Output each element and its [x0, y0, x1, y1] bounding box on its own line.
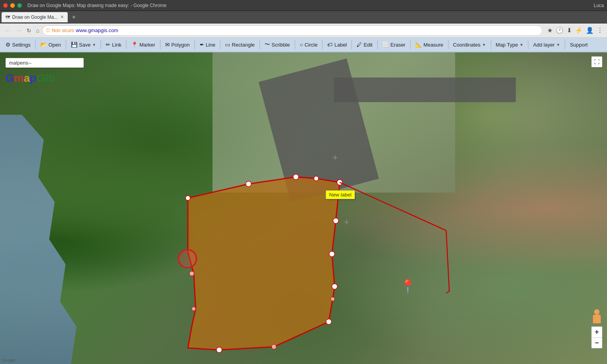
maximize-button[interactable]	[17, 3, 22, 8]
circle-tool[interactable]: ○ Circle	[297, 40, 321, 49]
vertex-9	[331, 297, 335, 301]
separator-12	[377, 40, 378, 49]
scribble-tool[interactable]: 〜 Scribble	[261, 40, 293, 50]
pegman-head	[594, 309, 600, 315]
vertex-1	[186, 196, 190, 200]
settings-tool[interactable]: ⚙ Settings	[2, 40, 34, 49]
separator-14	[448, 40, 448, 49]
separator-1	[35, 40, 36, 49]
window-title: Draw on Google Maps: Map drawing made ea…	[27, 3, 167, 8]
vertex-14	[192, 307, 196, 311]
tab-favicon: 🗺	[5, 15, 10, 20]
extensions-button[interactable]: ⚡	[574, 26, 584, 35]
save-tool[interactable]: 💾 Save ▼	[68, 40, 99, 49]
polygon-tool[interactable]: ✉ Polygon	[162, 40, 193, 49]
label-tool[interactable]: 🏷 Label	[324, 40, 350, 49]
separator-9	[295, 40, 295, 49]
map-container[interactable]: ✈ ✈ GmapGIS New label 📍 ⛶ + − Google	[0, 52, 607, 364]
forward-button[interactable]: →	[14, 26, 23, 35]
rectangle-label: Rectangle	[232, 42, 255, 48]
vertex-11	[272, 344, 276, 349]
insecure-icon: ⓘ	[46, 27, 50, 33]
vertex-8	[332, 284, 337, 289]
separator-3	[101, 40, 101, 49]
zoom-out-button[interactable]: −	[591, 337, 602, 348]
download-button[interactable]: ⬇	[566, 26, 573, 35]
zoom-in-button[interactable]: +	[591, 326, 602, 337]
separator-7	[220, 40, 220, 49]
open-tool[interactable]: 📂 Open	[37, 40, 64, 49]
circle-marker[interactable]	[178, 249, 197, 268]
coordinates-dropdown-icon: ▼	[482, 43, 486, 47]
map-type-tool[interactable]: Map Type ▼	[493, 40, 527, 49]
support-label: Support	[570, 42, 588, 48]
vertex-4	[314, 176, 319, 181]
home-button[interactable]: ⌂	[34, 27, 41, 34]
coordinates-label: Coordinates	[453, 42, 481, 48]
vertex-2	[246, 181, 251, 187]
add-layer-tool[interactable]: Add layer ▼	[530, 40, 563, 49]
eraser-tool[interactable]: ⬜ Eraser	[379, 40, 409, 49]
circle-icon: ○	[300, 41, 303, 48]
separator-5	[160, 40, 160, 49]
map-type-dropdown-icon: ▼	[519, 43, 523, 47]
bookmark-button[interactable]: ★	[546, 26, 553, 35]
map-svg-overlay: ✈ ✈	[0, 52, 607, 364]
pin-marker[interactable]: 📍	[400, 279, 416, 294]
open-label: Open	[49, 42, 61, 48]
link-label: Link	[112, 42, 121, 48]
back-button[interactable]: ←	[3, 26, 13, 35]
line-right-2	[446, 231, 449, 291]
support-tool[interactable]: Support	[567, 40, 591, 49]
measure-tool[interactable]: 📐 Measure	[412, 40, 447, 49]
zoom-controls: + −	[591, 326, 602, 348]
fullscreen-button[interactable]: ⛶	[591, 56, 602, 67]
vertex-6	[333, 218, 339, 223]
scribble-icon: 〜	[265, 41, 270, 48]
separator-4	[126, 40, 126, 49]
link-icon: ✏	[106, 41, 110, 48]
close-button[interactable]	[3, 3, 8, 8]
separator-13	[410, 40, 411, 49]
search-input[interactable]	[5, 58, 84, 68]
link-tool[interactable]: ✏ Link	[103, 40, 124, 49]
history-button[interactable]: 🕐	[555, 26, 564, 35]
logo-p: p	[30, 72, 36, 84]
google-watermark: Google	[2, 358, 15, 362]
separator-6	[195, 40, 195, 49]
user-name: Luca	[594, 3, 604, 8]
insecure-label: Non sicuro	[52, 28, 74, 33]
profile-button[interactable]: 👤	[585, 26, 594, 35]
edit-icon: 🖊	[357, 41, 362, 48]
address-bar[interactable]: ⓘ Non sicuro www.gmapgis.com	[42, 25, 542, 36]
marker-tool[interactable]: 📍 Marker	[128, 40, 158, 49]
edit-tool[interactable]: 🖊 Edit	[353, 40, 375, 49]
airplane-icon-2: ✈	[344, 218, 349, 226]
rectangle-tool[interactable]: ▭ Rectangle	[222, 40, 258, 49]
line-tool[interactable]: ✒ Line	[196, 40, 219, 49]
settings-icon: ⚙	[5, 41, 11, 48]
marker-icon: 📍	[131, 41, 138, 48]
reload-button[interactable]: ↻	[25, 27, 33, 34]
rectangle-icon: ▭	[225, 41, 230, 48]
separator-11	[351, 40, 352, 49]
new-label-text: New label	[329, 192, 351, 198]
logo-m: m	[14, 72, 24, 84]
active-tab[interactable]: 🗺 Draw on Google Ma... ✕	[2, 12, 68, 22]
settings-dots-button[interactable]: ⋮	[596, 26, 604, 35]
tab-close-button[interactable]: ✕	[60, 14, 64, 20]
address-url[interactable]: www.gmapgis.com	[76, 27, 539, 33]
logo-g: G	[5, 72, 14, 84]
circle-label: Circle	[304, 42, 317, 48]
coordinates-tool[interactable]: Coordinates ▼	[450, 40, 489, 49]
street-view-pegman[interactable]	[591, 309, 602, 325]
add-layer-dropdown-icon: ▼	[556, 43, 560, 47]
separator-16	[528, 40, 528, 49]
eraser-icon: ⬜	[382, 41, 389, 48]
add-layer-label: Add layer	[533, 42, 555, 48]
new-tab-button[interactable]: +	[69, 13, 79, 22]
marker-label: Marker	[139, 42, 155, 48]
gmap-logo: GmapGIS	[5, 72, 56, 85]
eraser-label: Eraser	[391, 42, 405, 48]
minimize-button[interactable]	[10, 3, 15, 8]
